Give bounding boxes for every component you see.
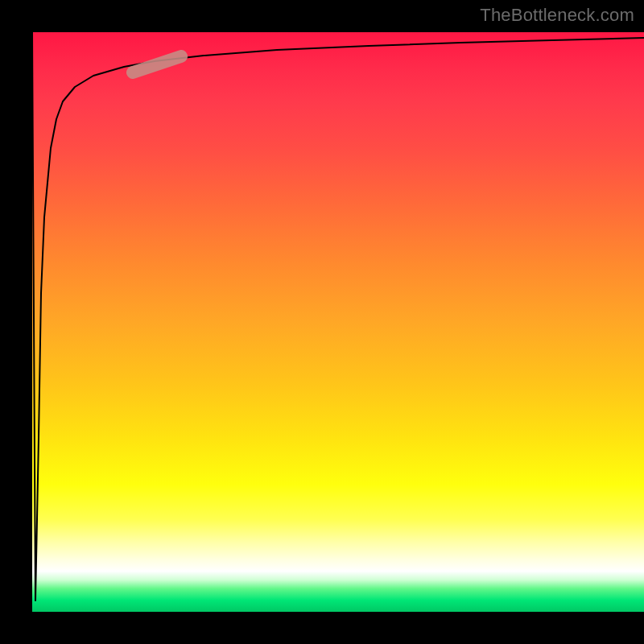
chart-svg	[32, 32, 644, 612]
chart-plot-area	[32, 32, 644, 612]
watermark-text: TheBottleneck.com	[480, 5, 634, 26]
current-config-highlight	[133, 56, 181, 72]
chart-frame: TheBottleneck.com	[0, 0, 644, 644]
bottleneck-curve	[32, 32, 644, 601]
